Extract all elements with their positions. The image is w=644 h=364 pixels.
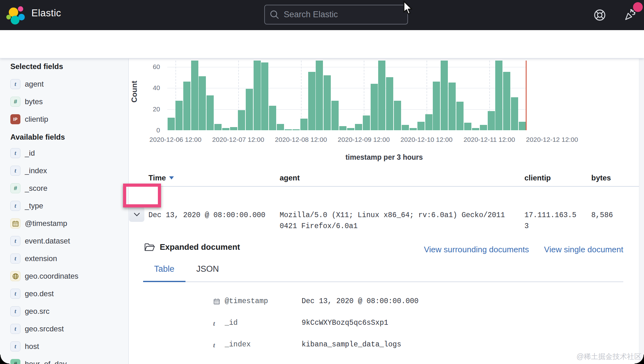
chevron-down-icon: [134, 212, 140, 217]
column-header-clientip[interactable]: clientip: [524, 174, 551, 182]
doc-field-name: _id: [225, 319, 238, 327]
cell-time: Dec 13, 2020 @ 08:00:00.000: [148, 210, 274, 221]
histogram-bar: [277, 124, 284, 130]
field-item-extension[interactable]: textension: [10, 254, 128, 264]
cell-bytes: 8,586: [591, 210, 638, 221]
y-tick-label: 0: [138, 126, 160, 134]
field-item-agent[interactable]: tagent: [10, 79, 128, 89]
watermark: @稀土掘金技术社区: [577, 352, 641, 361]
folder-open-icon: [144, 243, 155, 252]
calendar-icon: [213, 298, 222, 307]
field-name: agent: [25, 80, 44, 88]
text-field-icon: t: [10, 306, 20, 316]
x-tick-label: 2020-12-07 12:00: [204, 136, 273, 143]
field-item-_type[interactable]: t_type: [10, 201, 128, 211]
field-name: geo.srcdest: [25, 324, 64, 333]
document-row: Dec 13, 2020 @ 08:00:00.000Mozilla/5.0 (…: [129, 187, 639, 228]
doc-field-name: _index: [225, 340, 251, 349]
histogram-bar: [410, 128, 417, 130]
histogram-bar: [183, 82, 191, 130]
field-item-geo.srcdest[interactable]: tgeo.srcdest: [10, 324, 128, 334]
histogram-bar: [191, 61, 198, 130]
number-field-icon: #: [10, 97, 20, 107]
vertical-scrollbar[interactable]: [639, 59, 644, 364]
histogram-bar: [230, 127, 237, 130]
histogram-bar: [355, 124, 362, 130]
field-item-geo.dest[interactable]: tgeo.dest: [10, 289, 128, 299]
discover-main: Count 02040602020-12-06 12:002020-12-07 …: [129, 59, 639, 364]
field-name: bytes: [25, 97, 43, 106]
globe-icon: [10, 271, 20, 281]
field-item-_score[interactable]: #_score: [10, 183, 128, 193]
column-label: agent: [280, 174, 300, 182]
field-item-geo.src[interactable]: tgeo.src: [10, 306, 128, 316]
selected-fields-list: tagent#bytesIPclientip: [10, 79, 128, 124]
mouse-cursor: [402, 1, 415, 17]
column-header-time[interactable]: Time: [148, 174, 174, 182]
current-time-marker: [526, 61, 527, 130]
field-name: _type: [25, 201, 43, 210]
search-input[interactable]: [284, 10, 403, 19]
top-bar: Elastic: [0, 0, 644, 30]
field-item-_id[interactable]: t_id: [10, 148, 128, 158]
field-name: _index: [25, 166, 47, 175]
histogram-bar: [347, 128, 354, 130]
field-name: clientip: [25, 115, 48, 124]
doc-field-row-_id: t_id9kCcWXYBozq5qc6sSxp1: [129, 319, 639, 330]
text-field-icon: t: [10, 341, 20, 351]
field-item-@timestamp[interactable]: @timestamp: [10, 218, 128, 228]
column-header-agent[interactable]: agent: [280, 174, 300, 182]
x-tick-label: 2020-12-10 12:00: [392, 136, 461, 143]
histogram-bar: [519, 122, 526, 130]
notification-dot: [633, 2, 643, 12]
histogram-bar: [448, 83, 456, 130]
expanded-document-links: View surrounding documentsView single do…: [424, 245, 623, 254]
histogram-bar: [339, 126, 346, 131]
x-tick-label: 2020-12-06 12:00: [141, 136, 210, 143]
view-surrounding-documents-link[interactable]: View surrounding documents: [424, 245, 529, 254]
documents-table-header: Timeagentclientipbytes: [129, 169, 639, 187]
kibana-discover-screen: Elastic D Discover / agent_ip_bytes NewS…: [0, 0, 644, 364]
field-item-host[interactable]: thost: [10, 341, 128, 351]
field-name: event.dataset: [25, 237, 70, 245]
tab-table[interactable]: Table: [143, 259, 185, 282]
field-item-geo.coordinates[interactable]: geo.coordinates: [10, 271, 128, 281]
text-field-icon: t: [10, 166, 20, 176]
histogram-bar: [316, 61, 323, 130]
logo-blob-green: [6, 15, 11, 19]
text-field-icon: t: [213, 341, 222, 350]
x-tick-label: 2020-12-09 12:00: [329, 136, 398, 143]
histogram-bar: [472, 128, 479, 130]
histogram-bar: [199, 76, 206, 130]
field-item-_index[interactable]: t_index: [10, 166, 128, 176]
global-search[interactable]: [264, 5, 408, 24]
tab-json[interactable]: JSON: [185, 259, 230, 282]
expand-row-toggle[interactable]: [129, 207, 144, 222]
doc-field-row-@timestamp: @timestampDec 13, 2020 @ 08:00:00.000: [129, 297, 639, 308]
elastic-logo-icon[interactable]: [6, 4, 26, 26]
app-header: [0, 30, 644, 58]
help-icon[interactable]: [593, 8, 606, 22]
histogram-bar: [402, 125, 409, 130]
x-tick-label: 2020-12-12 12:00: [518, 136, 587, 143]
y-tick-label: 20: [138, 105, 160, 113]
histogram-bar: [207, 95, 214, 130]
x-tick-label: 2020-12-08 12:00: [266, 136, 335, 143]
gridline-y: [167, 109, 526, 110]
number-field-icon: #: [10, 359, 20, 364]
available-fields-list: t_idt_index#_scoret_type@timestamptevent…: [10, 148, 128, 364]
field-item-event.dataset[interactable]: tevent.dataset: [10, 236, 128, 246]
field-item-bytes[interactable]: #bytes: [10, 97, 128, 107]
histogram-bar: [371, 84, 378, 131]
logo-blob-pink: [18, 6, 23, 12]
field-item-clientip[interactable]: IPclientip: [10, 114, 128, 124]
column-label: Time: [148, 174, 166, 182]
doc-field-value: Dec 13, 2020 @ 08:00:00.000: [302, 297, 419, 305]
chart-title: timestamp per 3 hours: [129, 153, 639, 162]
field-name: extension: [25, 254, 57, 263]
histogram-bar: [254, 61, 261, 130]
field-item-hour_of_day[interactable]: #hour_of_day: [10, 359, 128, 364]
column-header-bytes[interactable]: bytes: [591, 174, 611, 182]
view-single-document-link[interactable]: View single document: [544, 245, 623, 254]
histogram-bar: [261, 62, 268, 130]
